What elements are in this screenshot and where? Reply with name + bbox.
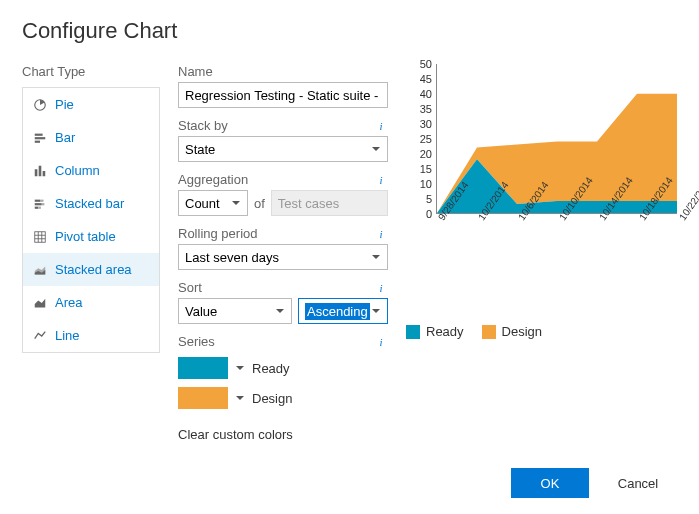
chart-type-heading: Chart Type (22, 64, 160, 79)
legend-item: Design (482, 324, 542, 339)
line-icon (33, 329, 47, 343)
bar-icon (33, 131, 47, 145)
chevron-down-icon[interactable] (236, 366, 244, 374)
series-label: Series (178, 334, 215, 349)
chart-type-list: PieBarColumnStacked barPivot tableStacke… (22, 87, 160, 353)
svg-rect-5 (39, 165, 42, 176)
chart-type-panel: Chart Type PieBarColumnStacked barPivot … (22, 64, 160, 442)
chart-type-label: Bar (55, 130, 75, 145)
sort-field-select[interactable]: Value (178, 298, 292, 324)
y-tick: 30 (420, 118, 432, 130)
chart-type-bar[interactable]: Bar (23, 121, 159, 154)
chart-type-label: Pie (55, 97, 74, 112)
chevron-down-icon[interactable] (236, 396, 244, 404)
svg-rect-4 (35, 169, 38, 176)
aggregation-label: Aggregation (178, 172, 248, 187)
rolling-select[interactable]: Last seven days (178, 244, 388, 270)
chart-type-label: Pivot table (55, 229, 116, 244)
svg-rect-11 (35, 206, 39, 208)
stacked-area-icon (33, 263, 47, 277)
y-tick: 25 (420, 133, 432, 145)
info-icon[interactable]: i (374, 119, 388, 133)
of-label: of (254, 196, 265, 211)
stackby-select[interactable]: State (178, 136, 388, 162)
chart-type-label: Column (55, 163, 100, 178)
info-icon[interactable]: i (374, 173, 388, 187)
dialog-title: Configure Chart (22, 18, 677, 44)
area-icon (33, 296, 47, 310)
y-tick: 15 (420, 163, 432, 175)
y-tick: 45 (420, 73, 432, 85)
y-tick: 35 (420, 103, 432, 115)
chart-type-label: Stacked area (55, 262, 132, 277)
sort-direction-select[interactable]: Ascending (298, 298, 388, 324)
svg-rect-2 (35, 137, 46, 139)
legend-swatch (406, 325, 420, 339)
y-tick: 50 (420, 58, 432, 70)
chart-plot (436, 64, 677, 214)
y-tick: 5 (426, 193, 432, 205)
svg-rect-13 (35, 231, 46, 242)
svg-rect-9 (35, 203, 42, 205)
svg-rect-3 (35, 140, 40, 142)
cancel-button[interactable]: Cancel (599, 468, 677, 498)
chart-type-pivot-table[interactable]: Pivot table (23, 220, 159, 253)
pivot-table-icon (33, 230, 47, 244)
y-tick: 0 (426, 208, 432, 220)
y-tick: 40 (420, 88, 432, 100)
info-icon[interactable]: i (374, 335, 388, 349)
info-icon[interactable]: i (374, 281, 388, 295)
chart-type-label: Stacked bar (55, 196, 124, 211)
svg-rect-12 (38, 206, 41, 208)
name-input[interactable] (178, 82, 388, 108)
chart-preview: 50454035302520151050 9/28/201410/2/20141… (406, 64, 677, 442)
stacked-bar-icon (33, 197, 47, 211)
series-row: Ready (178, 357, 388, 379)
x-tick: 10/22/2014 (677, 175, 699, 222)
svg-rect-8 (40, 199, 44, 201)
legend-label: Design (502, 324, 542, 339)
stackby-label: Stack by (178, 118, 228, 133)
chart-type-column[interactable]: Column (23, 154, 159, 187)
legend-item: Ready (406, 324, 464, 339)
series-name: Ready (252, 361, 290, 376)
chart-type-stacked-area[interactable]: Stacked area (23, 253, 159, 286)
chart-type-stacked-bar[interactable]: Stacked bar (23, 187, 159, 220)
chart-type-label: Line (55, 328, 80, 343)
sort-label: Sort (178, 280, 202, 295)
config-form: Name Stack by i State Aggregation i (178, 64, 388, 442)
ok-button[interactable]: OK (511, 468, 589, 498)
svg-rect-10 (42, 203, 45, 205)
legend-swatch (482, 325, 496, 339)
clear-colors-link[interactable]: Clear custom colors (178, 427, 388, 442)
svg-rect-7 (35, 199, 40, 201)
pie-icon (33, 98, 47, 112)
series-name: Design (252, 391, 292, 406)
svg-rect-1 (35, 133, 43, 135)
column-icon (33, 164, 47, 178)
aggregation-select[interactable]: Count (178, 190, 248, 216)
rolling-label: Rolling period (178, 226, 258, 241)
y-tick: 10 (420, 178, 432, 190)
chart-type-area[interactable]: Area (23, 286, 159, 319)
info-icon[interactable]: i (374, 227, 388, 241)
series-color-swatch[interactable] (178, 357, 228, 379)
chart-type-pie[interactable]: Pie (23, 88, 159, 121)
series-color-swatch[interactable] (178, 387, 228, 409)
aggregation-target: Test cases (271, 190, 388, 216)
name-label: Name (178, 64, 213, 79)
chart-type-line[interactable]: Line (23, 319, 159, 352)
chart-type-label: Area (55, 295, 82, 310)
y-tick: 20 (420, 148, 432, 160)
series-row: Design (178, 387, 388, 409)
legend-label: Ready (426, 324, 464, 339)
svg-rect-6 (43, 171, 46, 176)
chart-legend: ReadyDesign (406, 324, 677, 339)
